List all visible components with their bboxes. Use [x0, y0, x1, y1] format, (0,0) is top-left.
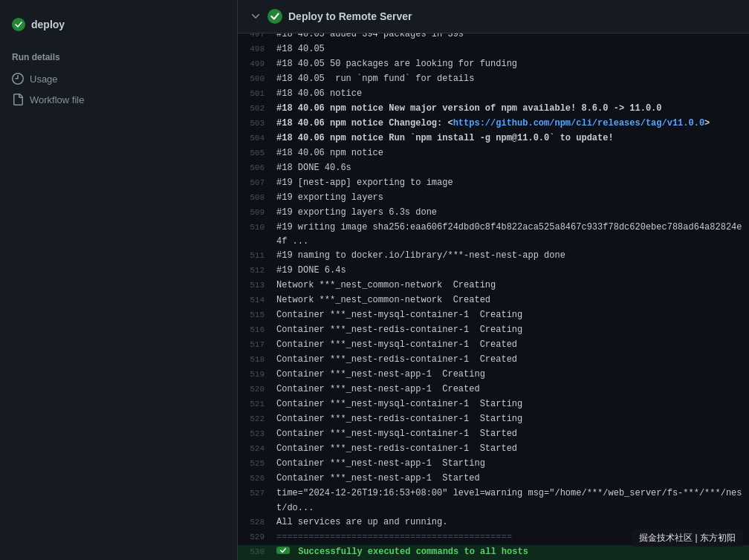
- line-number: 524: [244, 442, 276, 456]
- log-text: time="2024-12-26T19:16:53+08:00" level=w…: [276, 486, 743, 515]
- log-text: Container ***_nest-mysql-container-1 Sta…: [276, 427, 743, 441]
- log-text: #19 exporting layers 6.3s done: [276, 206, 743, 220]
- log-text: #18 40.06 npm notice Run `npm install -g…: [276, 131, 743, 146]
- log-line: 507#19 [nest-app] exporting to image: [238, 176, 749, 191]
- log-line: 523Container ***_nest-mysql-container-1 …: [238, 427, 749, 442]
- log-line: 520Container ***_nest-nest-app-1 Created: [238, 382, 749, 397]
- log-line: 514Network ***_nest_common-network Creat…: [238, 293, 749, 308]
- log-text: ========================================…: [276, 530, 743, 544]
- collapse-button[interactable]: [250, 10, 262, 22]
- sidebar-deploy-item[interactable]: deploy: [0, 12, 237, 37]
- line-number: 525: [244, 457, 276, 471]
- log-line: 526Container ***_nest-nest-app-1 Started: [238, 472, 749, 486]
- log-line: 505#18 40.06 npm notice: [238, 146, 749, 161]
- log-line: 521Container ***_nest-mysql-container-1 …: [238, 397, 749, 412]
- log-line: 500#18 40.05 run `npm fund` for details: [238, 72, 749, 87]
- line-number: 502: [244, 102, 276, 116]
- log-line: 506#18 DONE 40.6s: [238, 161, 749, 176]
- log-text: #18 40.05 50 packages are looking for fu…: [276, 57, 743, 71]
- log-text: All services are up and running.: [276, 515, 743, 530]
- log-text: Container ***_nest-nest-app-1 Created: [276, 382, 743, 397]
- line-number: 504: [244, 131, 276, 146]
- line-number: 503: [244, 117, 276, 131]
- header-status-icon: [268, 9, 282, 24]
- line-number: 519: [244, 368, 276, 382]
- log-line: 510#19 writing image sha256:eaa606f24dbd…: [238, 221, 749, 249]
- log-line: 512#19 DONE 6.4s: [238, 264, 749, 279]
- log-text: #19 [nest-app] exporting to image: [276, 176, 743, 190]
- line-number: 518: [244, 353, 276, 367]
- log-text: #19 DONE 6.4s: [276, 264, 743, 278]
- log-text: #18 40.05 added 394 packages in 39s: [276, 33, 743, 42]
- line-number: 528: [244, 515, 276, 530]
- line-number: 501: [244, 87, 276, 101]
- log-line: 516Container ***_nest-redis-container-1 …: [238, 323, 749, 338]
- line-number: 522: [244, 412, 276, 426]
- deploy-header: Deploy to Remote Server: [238, 0, 749, 33]
- log-line: 513Network ***_nest_common-network Creat…: [238, 279, 749, 293]
- line-number: 512: [244, 264, 276, 278]
- clock-icon: [12, 73, 24, 85]
- line-number: 511: [244, 249, 276, 263]
- line-number: 514: [244, 293, 276, 307]
- workflow-file-label: Workflow file: [30, 94, 84, 105]
- changelog-link[interactable]: https://github.com/npm/cli/releases/tag/…: [453, 118, 704, 128]
- line-number: 508: [244, 191, 276, 205]
- log-line: 524Container ***_nest-redis-container-1 …: [238, 442, 749, 457]
- line-number: 498: [244, 42, 276, 56]
- log-text: #18 DONE 40.6s: [276, 161, 743, 175]
- sidebar-item-workflow-file[interactable]: Workflow file: [0, 89, 237, 110]
- log-text: Successfully executed commands to all ho…: [276, 545, 743, 559]
- line-number: 505: [244, 146, 276, 160]
- log-text: #19 naming to docker.io/library/***-nest…: [276, 249, 743, 263]
- log-text: Container ***_nest-nest-app-1 Starting: [276, 457, 743, 471]
- line-number: 507: [244, 176, 276, 190]
- log-text: Container ***_nest-redis-container-1 Sta…: [276, 412, 743, 426]
- log-text: #18 40.06 npm notice Changelog: <https:/…: [276, 117, 743, 131]
- line-number: 520: [244, 382, 276, 397]
- line-number: 499: [244, 57, 276, 71]
- sidebar-item-usage[interactable]: Usage: [0, 68, 237, 89]
- log-text: Container ***_nest-mysql-container-1 Sta…: [276, 397, 743, 411]
- log-text: #18 40.05 run `npm fund` for details: [276, 72, 743, 86]
- log-line: 515Container ***_nest-mysql-container-1 …: [238, 308, 749, 323]
- log-text: #18 40.05: [276, 42, 743, 56]
- log-line: 525Container ***_nest-nest-app-1 Startin…: [238, 457, 749, 472]
- line-number: 513: [244, 279, 276, 293]
- log-line: 519Container ***_nest-nest-app-1 Creatin…: [238, 368, 749, 382]
- line-number: 527: [244, 486, 276, 501]
- log-line: 499#18 40.05 50 packages are looking for…: [238, 57, 749, 72]
- line-number: 516: [244, 323, 276, 337]
- deploy-status-icon: [12, 18, 25, 31]
- log-line: 529=====================================…: [238, 530, 749, 545]
- sidebar: deploy Run details Usage Workflow file: [0, 0, 238, 560]
- log-area[interactable]: 497#18 40.05 added 394 packages in 39s49…: [238, 33, 749, 560]
- usage-label: Usage: [30, 74, 58, 85]
- log-text: Network ***_nest_common-network Creating: [276, 279, 743, 293]
- log-line: 504#18 40.06 npm notice Run `npm install…: [238, 131, 749, 146]
- log-text: Container ***_nest-mysql-container-1 Cre…: [276, 338, 743, 352]
- log-line: 522Container ***_nest-redis-container-1 …: [238, 412, 749, 427]
- log-line: 528All services are up and running.: [238, 515, 749, 530]
- log-text: Container ***_nest-redis-container-1 Sta…: [276, 442, 743, 456]
- log-line: 509#19 exporting layers 6.3s done: [238, 206, 749, 221]
- line-number: 500: [244, 72, 276, 86]
- run-details-title: Run details: [0, 49, 237, 68]
- deploy-label: deploy: [31, 19, 65, 30]
- log-line: 497#18 40.05 added 394 packages in 39s: [238, 33, 749, 42]
- log-text: #18 40.06 npm notice New major version o…: [276, 102, 743, 116]
- log-text: #18 40.06 npm notice: [276, 146, 743, 160]
- log-line: 508#19 exporting layers: [238, 191, 749, 206]
- log-line: 498#18 40.05: [238, 42, 749, 57]
- log-line: 502#18 40.06 npm notice New major versio…: [238, 102, 749, 117]
- log-text: Container ***_nest-mysql-container-1 Cre…: [276, 308, 743, 322]
- line-number: 529: [244, 530, 276, 544]
- deploy-header-title: Deploy to Remote Server: [288, 10, 412, 22]
- line-number: 523: [244, 427, 276, 441]
- log-text: #18 40.06 notice: [276, 87, 743, 101]
- log-text: #19 exporting layers: [276, 191, 743, 205]
- log-text: Container ***_nest-nest-app-1 Creating: [276, 368, 743, 382]
- line-number: 517: [244, 338, 276, 352]
- log-text: Container ***_nest-nest-app-1 Started: [276, 472, 743, 486]
- line-number: 530: [244, 545, 276, 559]
